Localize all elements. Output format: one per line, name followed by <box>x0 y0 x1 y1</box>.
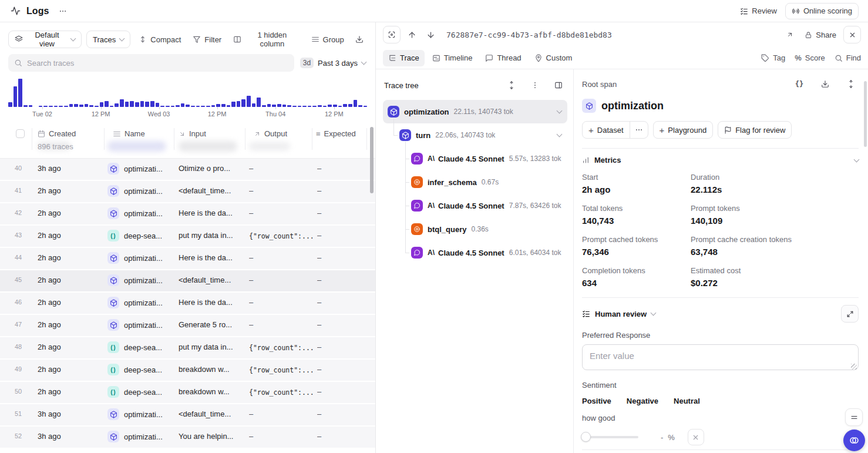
histogram-bar[interactable] <box>14 86 18 107</box>
close-panel-button[interactable] <box>843 26 861 43</box>
table-row[interactable]: 513h agooptimizati...<default_time...–– <box>0 404 375 425</box>
view-selector[interactable]: Default view <box>8 31 82 48</box>
tab-thread[interactable]: Thread <box>480 50 526 66</box>
histogram-bar[interactable] <box>196 106 200 107</box>
histogram-bar[interactable] <box>23 105 28 107</box>
table-row[interactable]: 472h agooptimizati...Generate 5 ro...–– <box>0 315 375 336</box>
histogram-bar[interactable] <box>308 106 312 107</box>
histogram-bar[interactable] <box>343 104 347 107</box>
histogram-bar[interactable] <box>18 79 22 107</box>
histogram-bar[interactable] <box>150 101 154 107</box>
tab-timeline[interactable]: Timeline <box>427 50 478 66</box>
histogram-bar[interactable] <box>89 105 93 107</box>
histogram-bar[interactable] <box>8 102 12 107</box>
histogram-bar[interactable] <box>354 100 358 107</box>
expand-sections-button[interactable] <box>843 76 859 92</box>
histogram-bar[interactable] <box>120 99 124 107</box>
score-button[interactable]: %Score <box>795 53 825 62</box>
histogram-bar[interactable] <box>252 103 256 107</box>
flag-for-review-button[interactable]: Flag for review <box>718 121 792 139</box>
sentiment-neutral-button[interactable]: Neutral <box>674 397 700 405</box>
clear-score-button[interactable] <box>688 429 704 445</box>
table-row[interactable]: 492h ago()deep-sea...breakdown w...{"row… <box>0 360 375 381</box>
histogram-bar[interactable] <box>201 106 205 107</box>
group-button[interactable]: Group <box>308 31 348 48</box>
histogram-bar[interactable] <box>287 105 291 107</box>
histogram-bar[interactable] <box>115 103 119 107</box>
histogram-bar[interactable] <box>227 105 231 107</box>
chevron-down-icon[interactable] <box>557 108 563 114</box>
preferred-response-input[interactable] <box>582 344 859 370</box>
export-button[interactable] <box>352 32 367 47</box>
tab-custom[interactable]: Custom <box>529 50 578 66</box>
histogram-bar[interactable] <box>211 105 216 107</box>
column-header-name[interactable]: Name <box>113 129 145 138</box>
score-slider[interactable] <box>582 436 638 438</box>
histogram-bar[interactable] <box>318 105 322 107</box>
histogram-bar[interactable] <box>358 105 362 107</box>
next-trace-button[interactable] <box>423 27 438 42</box>
mode-selector[interactable]: Traces <box>86 31 130 48</box>
search-input[interactable] <box>27 59 288 68</box>
histogram-bar[interactable] <box>145 102 149 107</box>
trace-tree-row[interactable]: turn22.06s, 140743 tok <box>383 123 567 147</box>
open-fullscreen-button[interactable] <box>782 27 798 42</box>
column-header-created[interactable]: Created <box>38 129 76 138</box>
table-row[interactable]: 502h ago()deep-sea...breakdown w...{"row… <box>0 382 375 403</box>
assistant-logo-button[interactable] <box>843 429 865 451</box>
slider-thumb[interactable] <box>581 432 591 442</box>
histogram-bar[interactable] <box>267 104 271 107</box>
histogram-bar[interactable] <box>85 104 89 107</box>
chevron-down-icon[interactable] <box>557 132 563 137</box>
trace-tree-row[interactable]: A\Claude 4.5 Sonnet5.57s, 13283 tok <box>383 147 567 170</box>
sentiment-negative-button[interactable]: Negative <box>627 397 658 405</box>
histogram-bar[interactable] <box>338 106 342 107</box>
histogram-bar[interactable] <box>69 104 73 107</box>
table-row[interactable]: 422h agooptimizati...Here is the da...–– <box>0 203 375 224</box>
column-header-expected[interactable]: =Expected <box>316 129 356 138</box>
review-queue-button[interactable] <box>845 408 863 426</box>
histogram-bar[interactable] <box>292 106 297 107</box>
histogram-bar[interactable] <box>135 102 139 107</box>
histogram-bar[interactable] <box>364 106 368 107</box>
histogram-bar[interactable] <box>312 106 317 107</box>
histogram-bar[interactable] <box>160 106 164 107</box>
hidden-column-button[interactable]: 1 hidden column <box>230 31 302 48</box>
resize-handle[interactable] <box>851 364 857 370</box>
histogram-bar[interactable] <box>237 101 241 107</box>
find-button[interactable]: Find <box>835 53 861 62</box>
trace-tree-row[interactable]: btql_query0.36s <box>383 217 567 241</box>
histogram-bar[interactable] <box>49 106 53 107</box>
prev-trace-button[interactable] <box>404 27 419 42</box>
table-scrollbar[interactable] <box>370 127 374 193</box>
histogram-bar[interactable] <box>59 106 63 107</box>
trace-tree-row[interactable]: A\Claude 4.5 Sonnet7.87s, 63426 tok <box>383 194 567 217</box>
histogram-bar[interactable] <box>191 106 195 107</box>
sentiment-positive-button[interactable]: Positive <box>582 397 611 405</box>
histogram-bar[interactable] <box>221 104 226 107</box>
focus-trace-button[interactable] <box>383 26 401 43</box>
expand-all-button[interactable] <box>504 78 519 93</box>
histogram-bar[interactable] <box>64 106 68 107</box>
histogram-bar[interactable] <box>130 101 134 107</box>
histogram-bar[interactable] <box>231 102 235 107</box>
view-json-button[interactable]: {} <box>792 76 807 92</box>
histogram-bar[interactable] <box>125 102 129 107</box>
select-all-checkbox[interactable] <box>16 129 25 138</box>
histogram-bar[interactable] <box>105 101 109 107</box>
column-header-output[interactable]: Output <box>254 129 287 138</box>
histogram-bar[interactable] <box>262 105 266 107</box>
column-header-input[interactable]: Input <box>179 129 206 138</box>
histogram-bar[interactable] <box>181 103 185 107</box>
histogram-bar[interactable] <box>140 101 144 107</box>
share-button[interactable]: Share <box>805 31 836 39</box>
histogram-bar[interactable] <box>29 105 33 107</box>
tag-button[interactable]: Tag <box>761 53 785 62</box>
review-button[interactable]: Review <box>740 6 777 15</box>
table-row[interactable]: 523h agooptimizati...You are helpin...–– <box>0 427 375 448</box>
trace-tree-row[interactable]: A\Claude 4.5 Sonnet6.01s, 64034 tok <box>383 241 567 264</box>
histogram-bar[interactable] <box>282 105 287 107</box>
histogram-bar[interactable] <box>166 106 170 107</box>
histogram-bar[interactable] <box>302 106 307 107</box>
compact-button[interactable]: Compact <box>135 31 184 48</box>
